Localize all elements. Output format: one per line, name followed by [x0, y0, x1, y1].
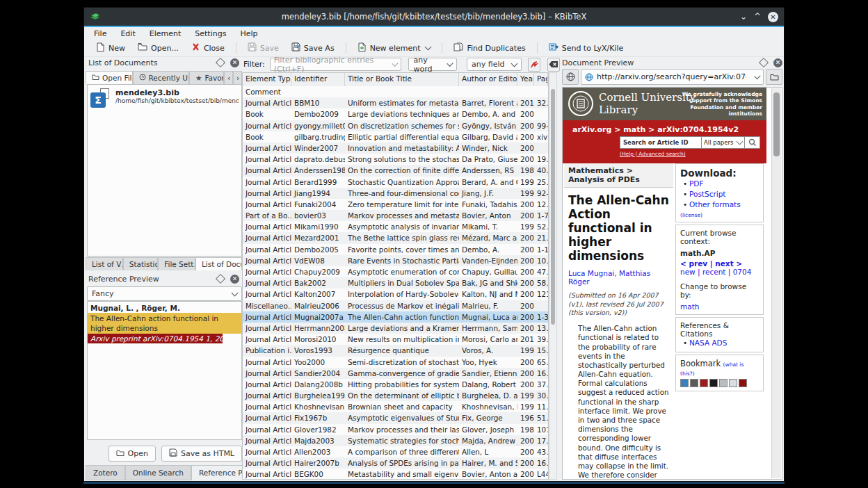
tab-scroll-right[interactable]: › [233, 71, 242, 84]
table-row[interactable]: Journal ArticleDalang2008bHitting probab… [243, 379, 548, 390]
license-link[interactable]: (license) [680, 212, 759, 218]
arxiv-authors[interactable]: Luca Mugnai, Matthias Röger [564, 263, 673, 286]
table-row[interactable]: Journal ArticleBurghelea1995On the deter… [243, 390, 548, 401]
table-row[interactable]: Journal ArticleMikami1990Asymptotic anal… [243, 221, 548, 232]
close-panel-icon[interactable]: ✕ [773, 58, 782, 67]
table-scrollbar[interactable] [549, 72, 557, 480]
table-row[interactable]: Journal ArticleWinder2007Innovation and … [243, 143, 548, 154]
prev-next-links[interactable]: < prev | next > [680, 259, 759, 268]
table-row[interactable]: Journal ArticleChapuy2009Asymptotic enum… [243, 266, 548, 277]
table-row[interactable]: Journal ArticleDembo2005Favorite points,… [243, 244, 548, 255]
close-window-icon[interactable]: ✕ [768, 12, 778, 22]
preview-style-select[interactable]: Fancy [87, 286, 242, 301]
field-mode-select[interactable]: any field [467, 58, 522, 71]
table-row[interactable]: Journal ArticleMajda2003Systematic strat… [243, 435, 548, 446]
table-row[interactable]: Journal ArticleBak2002Multipliers in Dua… [243, 277, 548, 288]
word-mode-select[interactable]: any word [408, 58, 457, 71]
table-row[interactable]: Comment [243, 86, 548, 97]
tab-zotero[interactable]: Zotero [86, 465, 125, 480]
url-combobox[interactable]: http://arxiv.org/search?query=arXiv:0704… [581, 69, 764, 85]
sciencewise-icon[interactable] [739, 379, 747, 387]
table-row[interactable]: Journal ArticleYoo2000Semi-discretizatio… [243, 357, 548, 368]
table-row[interactable]: Journal ArticleFix1967bAsymptotic eigenv… [243, 412, 548, 423]
scrollbar-thumb[interactable] [551, 89, 555, 325]
menu-help[interactable]: Help [240, 29, 257, 38]
col-year[interactable]: Year [517, 73, 534, 86]
arxiv-breadcrumb[interactable]: arXiv.org > math > arXiv:0704.1954v2 [572, 125, 739, 134]
citeulike-icon[interactable] [680, 379, 689, 387]
table-row[interactable]: Journal ArticleMugnai2007aThe Allen-Cahn… [243, 311, 548, 323]
arxiv-scope-select[interactable]: All papers [702, 136, 745, 149]
tab-online-search[interactable]: Online Search [125, 465, 191, 480]
nav-links[interactable]: new | recent | 0704 [680, 268, 759, 276]
arxiv-help-links[interactable]: (Help | Advanced search) [620, 151, 686, 157]
table-row[interactable]: Journal ArticleVdEW08Rare Events in Stoc… [243, 255, 548, 266]
minimize-icon[interactable]: ⌄ [740, 13, 747, 20]
save-as-html-button[interactable]: Save as HTML [161, 446, 242, 462]
table-row[interactable]: Part of a Bo…bovier03Markov processes an… [243, 210, 548, 221]
postscript-link[interactable]: PostScript [680, 189, 759, 200]
table-row[interactable]: Journal ArticleSandier2004Gamma-converge… [243, 368, 548, 379]
save-button[interactable]: Save [243, 41, 284, 55]
arxiv-search-button[interactable] [745, 136, 760, 149]
table-row[interactable]: Journal ArticleBBM10Uniform estimates fo… [243, 97, 548, 108]
go-online-button[interactable] [562, 69, 579, 85]
maximize-icon[interactable]: ^ [754, 13, 761, 20]
browse-by-link[interactable]: math [680, 302, 759, 311]
send-to-lyx-button[interactable]: Send to LyX/Kile [544, 41, 629, 55]
new-element-button[interactable]: New element [353, 41, 436, 56]
delicious-icon[interactable] [709, 379, 718, 387]
col-author[interactable]: Author or Editor [459, 73, 517, 86]
close-panel-icon[interactable]: ✕ [230, 275, 239, 284]
col-title[interactable]: Title or Book Title [345, 73, 459, 86]
table-row[interactable]: Journal ArticleKhoshnevisan1…Brownian sh… [243, 401, 548, 412]
table-row[interactable]: Journal ArticleGlover1982Markov processe… [243, 424, 548, 435]
pdf-link[interactable]: PDF [680, 179, 759, 189]
digg-icon[interactable] [719, 379, 728, 387]
open-file-button[interactable] [766, 69, 782, 85]
table-row[interactable]: Journal ArticleJiang1994Three-and four-d… [243, 188, 548, 199]
close-panel-icon[interactable]: ✕ [230, 58, 239, 67]
mendeley-icon[interactable] [700, 379, 708, 387]
reddit-icon[interactable] [729, 379, 737, 387]
float-panel-icon[interactable] [216, 274, 225, 284]
webview-scrollbar[interactable] [771, 88, 781, 478]
filter-input[interactable]: Filter bibliographic entries (Ctrl+F) [270, 58, 402, 71]
menu-file[interactable]: File [94, 29, 106, 38]
col-identifier[interactable]: Identifier [291, 73, 345, 86]
new-button[interactable]: New [91, 41, 130, 56]
close-button[interactable]: Close [186, 41, 230, 55]
titlebar[interactable]: mendeley3.bib [/home/fish/git/kbibtex/te… [84, 8, 784, 26]
table-row[interactable]: Bookgilbarg.truding…Elliptic partial dif… [243, 131, 548, 143]
find-duplicates-button[interactable]: Find Duplicates [449, 41, 530, 56]
table-row[interactable]: BookDembo2009Large deviations techniques… [243, 108, 548, 120]
save-as-button[interactable]: Save As [287, 41, 339, 55]
menu-element[interactable]: Element [150, 29, 182, 38]
table-row[interactable]: Journal ArticleHairer2007bAnalysis of SP… [243, 457, 548, 469]
table-row[interactable]: Journal ArticleKalton2007Interpolation o… [243, 288, 548, 300]
table-row[interactable]: Publication i…Voros1993Résurgence quanti… [243, 345, 548, 356]
table-row[interactable]: Journal ArticleBEGK00Metastability and s… [243, 469, 548, 479]
table-row[interactable]: Journal ArticleHerrmann2008Large deviati… [243, 323, 548, 334]
open-button[interactable]: Open... [133, 41, 184, 55]
tab-scroll-left[interactable]: ‹ [224, 71, 233, 84]
tab-open-files[interactable]: Open Files [86, 71, 133, 84]
col-element-type[interactable]: Element Type [243, 73, 291, 86]
tab-file-settings[interactable]: File Sett… [158, 257, 195, 270]
arxiv-search-input[interactable]: Search or Article ID [620, 136, 702, 149]
scrollbar-thumb[interactable] [773, 92, 780, 156]
bibsonomy-icon[interactable] [690, 379, 698, 387]
tab-list-of-documents[interactable]: List of Docu… [195, 257, 242, 270]
table-row[interactable]: Journal ArticleMorosi2010New results on … [243, 334, 548, 345]
open-reference-button[interactable]: Open [108, 446, 156, 462]
table-row[interactable]: Journal ArticleFunaki2004Zero temperatur… [243, 199, 548, 210]
nasa-ads-link[interactable]: NASA ADS [680, 338, 759, 348]
float-panel-icon[interactable] [216, 58, 225, 67]
table-row[interactable]: Miscellaneo…Malrieu2006Processus de Mark… [243, 300, 548, 311]
tab-list-of-values[interactable]: List of V… [86, 257, 123, 270]
clear-filter-button[interactable] [547, 58, 560, 72]
table-row[interactable]: Journal ArticleBerard1999Stochastic Quan… [243, 177, 548, 188]
menu-edit[interactable]: Edit [120, 29, 135, 38]
other-formats-link[interactable]: Other formats [680, 200, 759, 210]
list-item[interactable]: Σ mendeley3.bib /home/fish/git/kbibtex/t… [88, 85, 241, 111]
